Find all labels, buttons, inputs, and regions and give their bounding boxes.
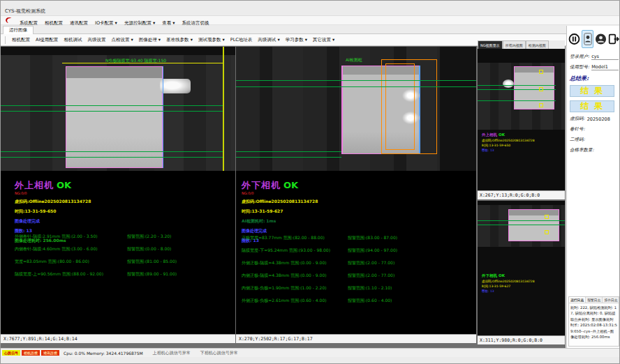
- second-view-thumbnail[interactable]: 外下相机OK 虚拟码:Offline2025020813134728 时间:13…: [478, 201, 565, 335]
- measurement-alarm-range: 报警范围:(2.00 - 77.00): [348, 260, 394, 266]
- toolbar-item[interactable]: 高级设置: [84, 36, 108, 45]
- log-tabs: 运行日志报警日志操作日志: [569, 297, 619, 303]
- measurement-row: 隔膜宽度-上=90.56mm 范围:(88.00 - 92.00)报警范围:(8…: [1, 271, 235, 284]
- app-window: CYS-视觉检测系统 系统配置相机配置通讯配置IO卡配置 ▾光源控制配置 ▾查看…: [0, 0, 620, 364]
- measurement-row: 内侧正极-负极=1.90mm 范围:(1.00 - 2.20)报警范围:(1.1…: [236, 285, 476, 298]
- thumb-tab-2[interactable]: 所有内视图: [503, 40, 526, 49]
- control-buttons: [568, 30, 620, 48]
- upper-measurements: 外侧卷针-隔膜:2.91mm 范围:(2.00 - 3.50)报警范围:(2.2…: [1, 234, 235, 284]
- toolbar-item[interactable]: 高级调试 ▾: [255, 36, 282, 45]
- field-value[interactable]: cys: [591, 54, 619, 60]
- connector-blob: [160, 79, 191, 93]
- app-logo-icon: [5, 17, 13, 24]
- toolbar-item[interactable]: 其它设置 ▾: [310, 36, 337, 45]
- upper-coords-status: X:7677;Y:891;R:14;G:14;B:14: [1, 334, 235, 343]
- field-value[interactable]: Model1: [591, 64, 619, 70]
- process-state: 图像处理完成: [242, 228, 476, 234]
- field-label: 卷针号:: [570, 126, 585, 132]
- field-row: 二维码:: [570, 137, 619, 143]
- status-bar: 心跳信号相机连接通讯连接 Cpu: 0.0% Memory: 3424.4179…: [1, 348, 620, 357]
- heartbeat-links: 上相机心跳信号异常下相机心跳信号异常: [143, 350, 238, 356]
- heartbeat-status-link[interactable]: 上相机心跳信号异常: [153, 350, 191, 356]
- tab-run-image[interactable]: 运行图像: [3, 26, 34, 34]
- virtual-code: 虚拟码:Offline2025020813134728: [242, 199, 476, 205]
- status-badges: 心跳信号相机连接通讯连接: [2, 350, 61, 356]
- field-label: 二维码:: [570, 137, 585, 143]
- result-ok: OK: [283, 180, 298, 190]
- lower-camera-image[interactable]: AI检测框: [236, 47, 476, 171]
- result-ok: OK: [57, 180, 71, 190]
- measurement-row: 外侧正极-负极=2.61mm 范围:(0.60 - 4.00)报警范围:(0.6…: [236, 298, 476, 310]
- field-row: 合格率数量:: [570, 147, 619, 153]
- lower-coords-status: X:270;Y:2502;R:17;G:17;B:17: [236, 334, 476, 343]
- toolbar-item[interactable]: 测试项参数 ▾: [195, 36, 228, 45]
- camera-result-title: 外上相机OK: [15, 179, 235, 192]
- measurement-row: 正极宽度=83.77mm 范围:(82.00 - 88.00)报警范围:(83.…: [236, 235, 476, 248]
- mini-info-block: 外下相机OK 虚拟码:Offline2025020813134728 时间:13…: [482, 273, 535, 293]
- log-tab-1[interactable]: 运行日志: [569, 297, 586, 303]
- blue-edge-line: [163, 66, 163, 168]
- field-label: 登录用户:: [570, 54, 589, 60]
- field-label: 合格率数量:: [570, 147, 594, 153]
- measurement-item: 外侧卷针-隔膜:2.91mm 范围:(2.00 - 3.50): [15, 234, 98, 240]
- capture-time: 时间:13-31-59-627: [242, 208, 476, 215]
- heartbeat-status-link[interactable]: 下相机心跳信号异常: [200, 350, 238, 356]
- status-badge-心跳信号: 心跳信号: [2, 350, 20, 356]
- defect-marker: [539, 70, 543, 74]
- measure-line: [478, 89, 556, 90]
- toolbar-item[interactable]: 相机调试: [61, 36, 84, 45]
- account-button[interactable]: [595, 30, 607, 48]
- measurement-row: 内侧正极-隔膜=4.38mm 范围:(0.00 - 9.00)报警范围:(2.0…: [236, 273, 476, 285]
- switch-user-button[interactable]: [582, 30, 593, 48]
- log-tab-3[interactable]: 操作日志: [603, 297, 619, 303]
- measurement-item: 隔膜宽度-上=90.56mm 范围:(88.00 - 92.00): [15, 271, 103, 278]
- measurement-alarm-range: 报警范围:(0.00 - 8.00): [127, 246, 171, 252]
- battery-cell-region: [66, 66, 163, 168]
- measure-line: [478, 220, 565, 221]
- toolbar-item[interactable]: 相机配置: [9, 36, 33, 45]
- measure-line: [1, 151, 223, 152]
- measurement-item: 外侧正极-隔膜=4.38mm 范围:(0.00 - 9.00): [242, 260, 327, 266]
- tab-bar: 运行图像: [1, 25, 620, 34]
- toolbar-item[interactable]: 图像处理 ▾: [136, 36, 163, 45]
- measurement-row: 隔膜宽度-下=95.24mm 范围:(93.00 - 98.00)报警范围:(9…: [236, 248, 476, 260]
- field-value[interactable]: 20250208: [587, 116, 619, 122]
- ng-view-thumbnail[interactable]: 外上相机OK 虚拟码:Offline2025020813134728 时间:13…: [478, 49, 565, 190]
- ai-duration: AI检测耗时: 1ms: [242, 218, 476, 225]
- measurement-alarm-range: 报警范围:(0.60 - 4.00): [348, 298, 392, 304]
- exit-button[interactable]: [608, 30, 620, 48]
- field-row: 使用型号:Model1: [570, 64, 619, 70]
- result-boxes: 结 果结 果: [570, 85, 619, 112]
- battery-cell-region: [508, 209, 559, 241]
- thumb-tab-3[interactable]: 检测内视图: [526, 40, 549, 49]
- field-label: 虚拟码:: [570, 116, 585, 122]
- defect-marker: [545, 230, 549, 234]
- battery-cell-region: [514, 66, 554, 109]
- measure-line: [236, 86, 476, 87]
- measurement-item: 隔膜宽度-下=95.24mm 范围:(93.00 - 98.00): [242, 248, 330, 254]
- log-text: 耗时: 222, 缺陷检测耗时: 17, 缺陷分离耗时: 0, 缺陷提取合并耗时…: [569, 303, 619, 342]
- toolbar-item[interactable]: PLC地址表: [228, 36, 256, 45]
- measure-line: [478, 85, 556, 86]
- toolbar-item[interactable]: 学习参数 ▾: [283, 36, 310, 45]
- measurement-alarm-range: 报警范围:(81.00 - 85.00): [127, 259, 177, 265]
- ai-detect-rect-inner: [385, 63, 415, 150]
- thumb-tab-1[interactable]: NG视图显示: [478, 40, 503, 49]
- toolbar-item[interactable]: AI使用配置: [33, 36, 61, 45]
- measure-line: [1, 111, 223, 112]
- pause-button[interactable]: [568, 30, 580, 48]
- measurement-item: 内侧正极-隔膜=4.38mm 范围:(0.00 - 9.00): [242, 273, 327, 279]
- measurement-row: 外侧正极-隔膜=4.38mm 范围:(0.00 - 9.00)报警范围:(2.0…: [236, 260, 476, 273]
- toolbar-item[interactable]: 基准线参数 ▾: [163, 36, 195, 45]
- measurement-alarm-range: 报警范围:(2.00 - 77.00): [348, 273, 394, 279]
- defect-marker: [539, 87, 543, 91]
- result-badge: 结 果: [570, 100, 614, 112]
- upper-camera-image[interactable]: N负极隔膜宽:93.40 隔膜宽:150: [1, 47, 235, 171]
- vertical-guide-line: [223, 47, 224, 171]
- measurement-item: 宽度=83.05mm 范围:(80.00 - 86.00): [15, 259, 89, 265]
- log-tab-2[interactable]: 报警日志: [586, 297, 603, 303]
- user-fields: 登录用户:cys使用型号:Model1: [570, 54, 619, 70]
- thumbnail2-coords-status: X:311;Y:980;R:0;G:0;B:0: [478, 335, 565, 344]
- session-fields: 登录用户:cys使用型号:Model1 总结果: 结 果结 果 虚拟码:2025…: [570, 54, 619, 158]
- toolbar-item[interactable]: 点检设置 ▾: [108, 36, 135, 45]
